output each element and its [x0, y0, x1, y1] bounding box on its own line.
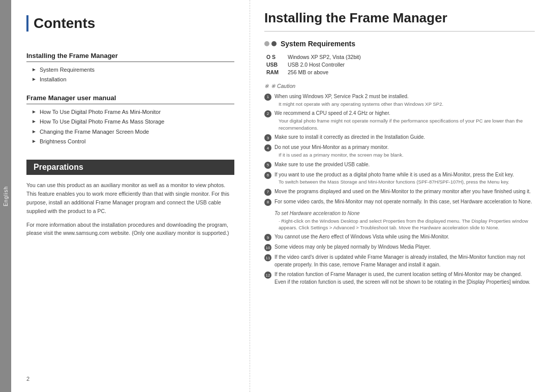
toc-arrow-1: ► — [32, 67, 37, 72]
num-text: For some video cards, the Mini-Monitor m… — [274, 198, 535, 206]
num-text: Do not use your Mini-Monitor as a primar… — [274, 144, 535, 158]
sub-note: To set Hardware acceleration to None · R… — [274, 210, 535, 231]
num-text: Some videos may only be played normally … — [274, 244, 535, 251]
language-sidebar: English — [0, 0, 11, 392]
sub-text: To switch between the Mass Storage and M… — [279, 178, 535, 186]
sys-req-header: System Requirements — [264, 40, 535, 48]
numbered-item: 10 Some videos may only be played normal… — [264, 244, 535, 251]
spec-key-usb: USB — [266, 62, 283, 68]
num-badge: 11 — [264, 254, 271, 261]
contents-title: Contents — [34, 15, 95, 32]
dot-2 — [271, 41, 277, 46]
caution-symbol: ※ — [264, 83, 269, 89]
numbered-item: 2 We recommend a CPU speed of 2.4 GHz or… — [264, 110, 535, 131]
sys-req-dots — [264, 41, 277, 46]
sys-specs-list: O S Windows XP SP2, Vista (32bit) USB US… — [266, 54, 535, 77]
num-text: If you want to use the product as a digi… — [274, 171, 535, 186]
toc-text-sys-req: System Requirements — [40, 66, 95, 74]
numbered-item: 5 Make sure to use the provided USB cabl… — [264, 161, 535, 169]
spec-item-usb: USB USB 2.0 Host Controller — [266, 62, 535, 68]
numbered-item: 9 You cannot use the Aero effect of Wind… — [264, 233, 535, 241]
left-panel: Contents Installing the Frame Manager ► … — [11, 0, 250, 392]
spec-key-ram: RAM — [266, 69, 283, 75]
contents-blue-bar — [26, 15, 28, 32]
num-text: We recommend a CPU speed of 2.4 GHz or h… — [274, 110, 535, 131]
caution-label: ※※ Caution — [264, 83, 535, 89]
num-badge: 12 — [264, 272, 271, 279]
num-badge: 8 — [264, 199, 271, 206]
sub-note-title: To set Hardware acceleration to None — [274, 210, 535, 216]
toc-arrow-2: ► — [32, 76, 37, 82]
num-text: Make sure to use the provided USB cable. — [274, 161, 535, 169]
spec-val-ram: 256 MB or above — [288, 69, 328, 75]
toc-item: ► Installation — [32, 76, 234, 83]
numbered-item: 4 Do not use your Mini-Monitor as a prim… — [264, 144, 535, 158]
numbered-item: 1 When using Windows XP, Service Pack 2 … — [264, 93, 535, 107]
num-badge: 3 — [264, 134, 271, 141]
num-badge: 7 — [264, 189, 271, 196]
toc-text-screen-mode: Changing the Frame Manager Screen Mode — [40, 128, 149, 136]
toc-item: ► How To Use Digital Photo Frame As Mass… — [32, 118, 234, 126]
toc-item: ► Changing the Frame Manager Screen Mode — [32, 128, 234, 136]
contents-title-block: Contents — [26, 15, 234, 32]
num-text: You cannot use the Aero effect of Window… — [274, 233, 535, 241]
sub-text: It might not operate with any operating … — [279, 101, 535, 108]
dot-1 — [264, 41, 269, 46]
section1-heading: Installing the Frame Manager — [26, 52, 234, 62]
toc-item: ► Brightness Control — [32, 138, 234, 145]
toc-arrow-3: ► — [32, 109, 37, 114]
toc-item: ► System Requirements — [32, 66, 234, 74]
num-text: If the rotation function of Frame Manage… — [274, 271, 535, 286]
toc-item: ► How To Use Digital Photo Frame As Mini… — [32, 108, 234, 116]
numbered-item: 11 If the video card's driver is updated… — [264, 254, 535, 268]
language-label: English — [3, 186, 9, 206]
numbered-item: 12 If the rotation function of Frame Man… — [264, 271, 535, 286]
num-badge: 6 — [264, 172, 271, 179]
preparations-para1: You can use this product as an auxiliary… — [26, 181, 234, 215]
toc-arrow-5: ► — [32, 129, 37, 134]
spec-item-ram: RAM 256 MB or above — [266, 69, 535, 75]
spec-item-os: O S Windows XP SP2, Vista (32bit) — [266, 54, 535, 60]
num-text: When using Windows XP, Service Pack 2 mu… — [274, 93, 535, 107]
num-badge: 2 — [264, 110, 271, 117]
toc-arrow-4: ► — [32, 118, 37, 124]
numbered-items: 1 When using Windows XP, Service Pack 2 … — [264, 93, 535, 286]
numbered-item: 7 Move the programs displayed and used o… — [264, 188, 535, 196]
caution-text: ※ Caution — [271, 83, 295, 89]
preparations-para2: For more information about the installat… — [26, 221, 234, 238]
num-badge: 9 — [264, 234, 271, 241]
sub-text: Your digital photo frame might not opera… — [279, 117, 535, 132]
toc-text-installation: Installation — [40, 76, 67, 83]
toc-text-mass-storage: How To Use Digital Photo Frame As Mass S… — [40, 118, 165, 126]
toc-text-brightness: Brightness Control — [40, 138, 86, 145]
num-text: Make sure to install it correctly as dir… — [274, 134, 535, 141]
num-badge: 1 — [264, 94, 271, 101]
num-text: If the video card's driver is updated wh… — [274, 254, 535, 268]
preparations-header: Preparations — [26, 160, 234, 175]
toc-text-mini-monitor: How To Use Digital Photo Frame As Mini-M… — [40, 108, 161, 116]
preparations-block: Preparations You can use this product as… — [26, 160, 234, 243]
page-number: 2 — [26, 371, 234, 382]
num-badge: 5 — [264, 162, 271, 169]
numbered-item: 3 Make sure to install it correctly as d… — [264, 134, 535, 141]
section1: Installing the Frame Manager ► System Re… — [26, 44, 234, 86]
num-badge: 4 — [264, 144, 271, 152]
spec-val-os: Windows XP SP2, Vista (32bit) — [288, 54, 361, 60]
numbered-item: 6 If you want to use the product as a di… — [264, 171, 535, 186]
toc-arrow-6: ► — [32, 138, 37, 144]
numbered-item: 8 For some video cards, the Mini-Monitor… — [264, 198, 535, 206]
section2-heading: Frame Manager user manual — [26, 94, 234, 104]
spec-key-os: O S — [266, 54, 283, 60]
num-badge: 10 — [264, 244, 271, 251]
preparations-body: You can use this product as an auxiliary… — [26, 181, 234, 237]
sub-text: If it is used as a primary monitor, the … — [279, 152, 535, 159]
installing-title: Installing the Frame Manager — [264, 10, 535, 32]
right-panel: Installing the Frame Manager System Requ… — [250, 0, 549, 392]
section2: Frame Manager user manual ► How To Use D… — [26, 86, 234, 148]
sub-note-items: · Right-click on the Windows Desktop and… — [279, 218, 535, 231]
spec-val-usb: USB 2.0 Host Controller — [288, 62, 345, 68]
num-text: Move the programs displayed and used on … — [274, 188, 535, 196]
sys-req-title: System Requirements — [281, 40, 355, 48]
